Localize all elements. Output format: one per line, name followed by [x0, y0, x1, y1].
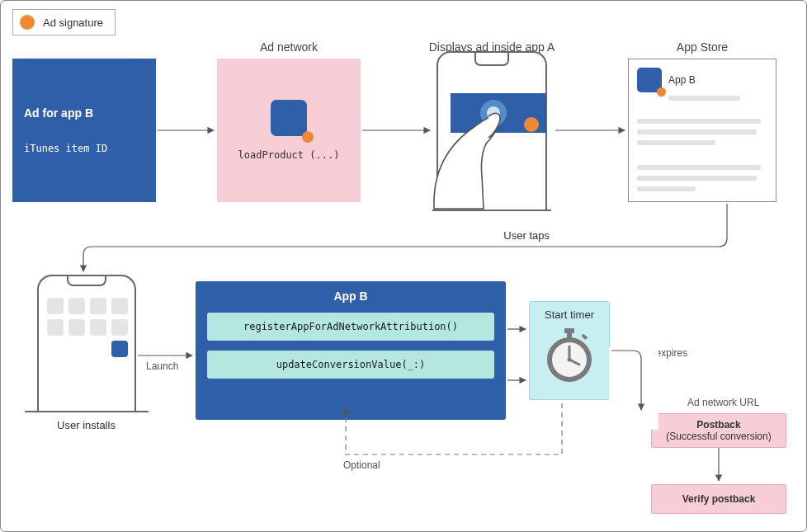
svg-rect-7: [581, 334, 588, 341]
ad-box-title: Ad for app B: [24, 106, 144, 120]
ad-box-sub: iTunes item ID: [24, 143, 144, 154]
app-b-store-label: App B: [668, 74, 696, 86]
postback-sub: (Successful conversion): [658, 431, 779, 442]
phone-displaying-ad: User taps: [418, 44, 566, 220]
user-taps-label: User taps: [418, 229, 566, 242]
load-product-code: loadProduct (...): [238, 149, 340, 161]
ad-signature-dot-icon: [657, 87, 666, 97]
heading-ad-network: Ad network: [217, 40, 361, 54]
user-installs-label: User installs: [22, 419, 150, 431]
start-timer-label: Start timer: [533, 308, 606, 321]
phone-outline: [37, 275, 136, 411]
heading-app-store: App Store: [628, 40, 776, 54]
app-b-icon: [271, 100, 307, 136]
postback-title: Postback: [658, 419, 779, 431]
verify-title: Verify postback: [682, 493, 756, 505]
optional-label: Optional: [343, 459, 380, 471]
api-register: registerAppForAdNetworkAttribution(): [207, 313, 494, 341]
ad-network-box: loadProduct (...): [217, 59, 361, 202]
api-update-conversion: updateConversionValue(_:): [207, 351, 494, 379]
diagram-canvas: Ad signature Ad network Displays ad insi…: [0, 0, 807, 532]
app-b-title: App B: [207, 290, 494, 303]
svg-point-11: [568, 358, 572, 362]
svg-point-4: [524, 117, 539, 132]
ad-for-app-b-box: Ad for app B iTunes item ID: [12, 59, 156, 202]
start-timer-box: Start timer: [529, 301, 610, 400]
timer-expires-label: Timer expires: [628, 347, 687, 359]
verify-postback-box: Verify postback: [651, 484, 786, 514]
postback-box: Postback (Successful conversion): [651, 413, 786, 448]
app-b-box: App B registerAppForAdNetworkAttribution…: [196, 281, 506, 420]
ad-signature-dot-icon: [302, 131, 314, 143]
launch-label: Launch: [146, 360, 178, 372]
legend: Ad signature: [12, 9, 116, 35]
app-store-box: App B: [628, 59, 776, 202]
svg-line-18: [643, 420, 648, 425]
phone-ad-illustration: [418, 44, 566, 220]
phone-user-installs: User installs: [22, 275, 150, 431]
svg-rect-5: [564, 328, 574, 333]
app-b-store-icon: [637, 68, 662, 92]
app-b-installed-icon: [111, 341, 128, 357]
phone-notch-icon: [67, 276, 106, 286]
ad-network-url-label: Ad network URL: [687, 397, 759, 408]
legend-label: Ad signature: [43, 16, 103, 29]
ad-signature-dot-icon: [20, 15, 35, 30]
home-screen-grid: [47, 298, 126, 357]
stopwatch-icon: [545, 326, 594, 385]
